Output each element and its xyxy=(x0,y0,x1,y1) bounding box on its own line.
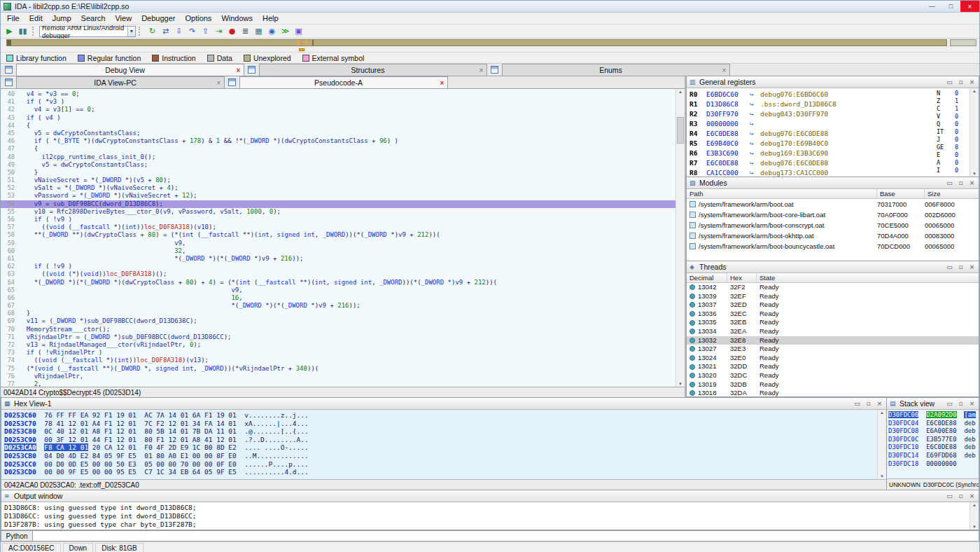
close-icon[interactable]: × xyxy=(968,78,976,85)
flag-row[interactable]: Z1 xyxy=(937,97,967,105)
pseudocode-scrollbar[interactable]: ▲ ▼ xyxy=(676,89,685,387)
code-line[interactable]: 49 v5 = dwCryptoConstantsClass; xyxy=(1,161,676,169)
menu-windows[interactable]: Windows xyxy=(216,13,258,23)
module-row[interactable]: /system/framework/arm/boot-conscrypt.oat… xyxy=(687,220,979,230)
register-row[interactable]: R2D30FF970↪debug043:D30FF970 xyxy=(690,109,934,119)
debugger-select[interactable]: Remote ARM Linux/Android debugger ▼ xyxy=(39,26,136,37)
follow-arrow-icon[interactable]: ↪ xyxy=(750,99,760,109)
follow-arrow-icon[interactable]: ↪ xyxy=(750,129,760,139)
code-line[interactable]: 54 v9 = sub_D0F98BCC(dword_D13D86C8); xyxy=(1,200,676,208)
stack-row[interactable]: D30FDC10 E6C0DE88 deb xyxy=(888,443,979,452)
code-line[interactable]: 73 if ( !vRijndaelPtr ) xyxy=(1,349,676,357)
thread-row[interactable]: 1301832DAReady xyxy=(687,389,979,396)
continue-process-button[interactable]: ▶ xyxy=(3,25,16,38)
thread-row[interactable]: 1303932EFReady xyxy=(687,292,979,301)
tab-debug-view[interactable]: Debug View× xyxy=(16,64,244,76)
scroll-down-icon[interactable]: ▼ xyxy=(878,474,886,478)
flag-row[interactable]: V0 xyxy=(937,113,967,120)
close-icon[interactable]: × xyxy=(233,67,244,74)
thread-row[interactable]: 1302732E3Ready xyxy=(687,345,979,354)
maximize-icon[interactable]: ▭ xyxy=(946,492,953,499)
code-line[interactable]: 57 ((void (__fastcall *)(int))loc_D0F8A3… xyxy=(1,223,676,231)
follow-arrow-icon[interactable]: ↪ xyxy=(750,119,760,129)
register-row[interactable]: R6E3B3C690↪debug169:E3B3C690 xyxy=(690,149,934,158)
code-line[interactable]: 59 v9, xyxy=(1,240,676,247)
threads-panel-titlebar[interactable]: ◈ Threads ▭▫× xyxy=(687,261,979,273)
flag-row[interactable]: E0 xyxy=(937,151,967,159)
hex-row[interactable]: D0253CC0 00 D0 0D E5 00 00 50 E3 05 00 0… xyxy=(4,460,886,469)
watches-button[interactable]: ◉ xyxy=(265,25,279,38)
close-icon[interactable]: × xyxy=(719,67,729,74)
tracing-button[interactable]: ≫ xyxy=(279,25,292,38)
column-header-hex[interactable]: Hex xyxy=(727,273,757,282)
hex-row[interactable]: D0253C90 00 3F 12 01 44 F1 12 01 80 F1 1… xyxy=(4,436,886,444)
code-line[interactable]: 51 vNaiveSecret = *(_DWORD *)(v5 + 80); xyxy=(1,177,676,184)
menu-search[interactable]: Search xyxy=(76,13,111,23)
menu-help[interactable]: Help xyxy=(258,13,284,23)
close-icon[interactable]: × xyxy=(968,179,976,186)
thread-row[interactable]: 1302032DCReady xyxy=(687,371,979,380)
follow-arrow-icon[interactable]: ↪ xyxy=(750,109,760,119)
thread-row[interactable]: 1302432E0Ready xyxy=(687,354,979,363)
follow-arrow-icon[interactable]: ↪ xyxy=(750,149,760,158)
code-line[interactable]: 71 vRijndaelPtr = (_DWORD *)sub_D0F98BCC… xyxy=(1,333,676,341)
code-line[interactable]: 66 16, xyxy=(1,294,676,302)
undock-icon[interactable]: ▫ xyxy=(957,263,965,270)
hexview-panel-titlebar[interactable]: ▦ Hex View-1 ▭▫× xyxy=(1,398,886,410)
output-log[interactable]: D13D86C8: using guessed type int dword_D… xyxy=(1,502,979,530)
register-row[interactable]: R8CA1CC000↪debug173:CA1CC000 xyxy=(690,168,934,177)
code-line[interactable]: 44 { xyxy=(1,122,676,130)
column-header-base[interactable]: Base xyxy=(877,189,925,198)
follow-arrow-icon[interactable]: ↪ xyxy=(750,168,760,177)
code-line[interactable]: 43 if ( v4 ) xyxy=(1,114,676,122)
register-row[interactable]: R5E69B40C0↪debug170:E69B40C0 xyxy=(690,139,934,149)
flag-row[interactable]: N0 xyxy=(937,90,967,97)
code-line[interactable]: 55 v10 = Rfc2898DeriveBytes___ctor_0(v9,… xyxy=(1,208,676,216)
thread-row[interactable]: 1304232F2Ready xyxy=(687,283,979,292)
code-line[interactable]: 41 if ( *v3 ) xyxy=(1,98,676,106)
cli-language-button[interactable]: Python xyxy=(1,530,33,541)
register-row[interactable]: R4E6C0DE88↪debug076:E6C0DE88 xyxy=(690,129,934,139)
follow-arrow-icon[interactable]: ↪ xyxy=(750,90,760,99)
code-line[interactable]: 67 *(_DWORD *)(*(_DWORD *)v9 + 216)); xyxy=(1,302,676,310)
maximize-icon[interactable]: ▭ xyxy=(946,263,953,270)
code-line[interactable]: 58 **(_DWORD **)(dwCryptoClass + 80) = (… xyxy=(1,231,676,239)
output-panel-titlebar[interactable]: ≡ Output window ▭▫× xyxy=(1,490,979,502)
menu-options[interactable]: Options xyxy=(180,13,216,23)
column-header-path[interactable]: Path xyxy=(687,189,877,198)
code-line[interactable]: 69 v11 = (_DWORD *)sub_D0F98BCC(dword_D1… xyxy=(1,317,676,325)
code-line[interactable]: 60 32, xyxy=(1,247,676,255)
close-icon[interactable]: × xyxy=(476,67,486,74)
code-line[interactable]: 45 v5 = dwCryptoConstantsClass; xyxy=(1,130,676,137)
code-line[interactable]: 56 if ( !v9 ) xyxy=(1,216,676,223)
undock-icon[interactable]: ▫ xyxy=(957,78,965,85)
pause-process-button[interactable]: ▮▮ xyxy=(16,25,29,38)
scroll-up-icon[interactable]: ▲ xyxy=(970,89,979,93)
register-row[interactable]: R0E6BD6C60↪debug076:E6BD6C60 xyxy=(690,90,934,99)
stack-row[interactable]: D30FDC00 D2A092D0 [am xyxy=(888,411,979,420)
thread-row[interactable]: 1303432EAReady xyxy=(687,327,979,336)
code-line[interactable]: 70 MemoryStream___ctor(); xyxy=(1,326,676,333)
attach-process-button[interactable]: ⇄ xyxy=(159,25,172,38)
hex-dump[interactable]: D0253C60 76 FF FF EA 92 F1 19 01 AC 7A 1… xyxy=(1,410,886,479)
stack-row[interactable]: D30FDC18 00000000 xyxy=(888,460,979,469)
step-over-button[interactable]: ↷ xyxy=(186,25,199,38)
code-line[interactable]: 46 if ( *(_BYTE *)(dwCryptoConstantsClas… xyxy=(1,137,676,145)
stack-row[interactable]: D30FDC04 E6C0DE88 deb xyxy=(888,420,979,428)
scrollbar-thumb[interactable] xyxy=(677,117,684,144)
debugger-windows-button[interactable]: ▦ xyxy=(252,25,265,38)
code-line[interactable]: 63 ((void (*)(void))loc_D0F8A318)(); xyxy=(1,270,676,278)
menu-debugger[interactable]: Debugger xyxy=(136,13,180,23)
menu-edit[interactable]: Edit xyxy=(24,13,48,23)
navigation-band-overview[interactable] xyxy=(950,39,976,46)
column-header-state[interactable]: State xyxy=(757,273,979,282)
hex-row[interactable]: D0253CD0 00 00 9F E5 00 00 95 E5 C7 1C 3… xyxy=(4,468,886,476)
pseudocode-view[interactable]: 40 v4 = *v3 == 0;41 if ( *v3 )42 v4 = v3… xyxy=(1,89,685,387)
scroll-up-icon[interactable]: ▲ xyxy=(970,503,979,507)
code-line[interactable]: 40 v4 = *v3 == 0; xyxy=(1,90,676,98)
undock-icon[interactable]: ▫ xyxy=(957,400,965,407)
thread-row[interactable]: 1302132DDReady xyxy=(687,362,979,371)
register-row[interactable]: R1D13D86C8↪.bss:dword_D13D86C8 xyxy=(690,99,934,109)
tab-ida-view-pc[interactable]: IDA View-PC× xyxy=(16,76,225,88)
close-icon[interactable]: × xyxy=(437,79,447,87)
